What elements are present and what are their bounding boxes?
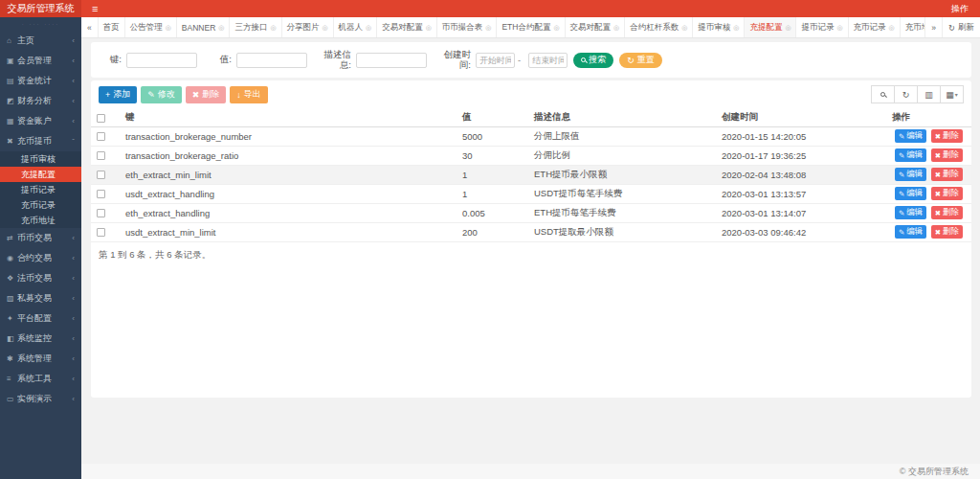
tab-robot[interactable]: 机器人◎ [334, 17, 378, 37]
sidebar-item-spot-trade[interactable]: ⇄ 币币交易 ‹ [0, 228, 81, 248]
edit-label: 编辑 [906, 130, 923, 142]
sidebar-subitem-deposit-records[interactable]: 充币记录 [0, 197, 81, 213]
table-search-toggle-button[interactable] [871, 85, 895, 103]
tab-eth-contract-config[interactable]: ETH合约配置◎ [497, 17, 565, 37]
caret-down-icon: ▾ [955, 91, 958, 98]
add-button[interactable]: + 添加 [99, 86, 137, 103]
refresh-button[interactable]: ↻ 刷新 [942, 17, 980, 37]
double-chevron-right-icon: » [931, 23, 936, 33]
sidebar-item-contract-trade[interactable]: ◉ 合约交易 ‹ [0, 248, 81, 268]
delete-selected-button[interactable]: ✖ 删除 [186, 86, 227, 103]
edit-button[interactable]: ✎编辑 [895, 206, 926, 219]
row-checkbox[interactable] [97, 190, 105, 198]
tabs-forward-button[interactable]: » [924, 17, 942, 37]
delete-button[interactable]: ✖删除 [931, 129, 963, 143]
tab-deposit-records[interactable]: 充币记录◎ [849, 17, 901, 37]
delete-button[interactable]: ✖删除 [931, 148, 963, 162]
table-row: eth_extract_min_limit 1 ETH提币最小限额 2020-0… [91, 165, 971, 184]
tab-close-icon[interactable]: ◎ [270, 24, 276, 32]
tab-withdraw-audit[interactable]: 提币审核◎ [693, 17, 745, 37]
row-checkbox[interactable] [97, 228, 105, 237]
sidebar-item-system-manage[interactable]: ✱ 系统管理 ‹ [0, 349, 81, 369]
tab-close-icon[interactable]: ◎ [323, 24, 328, 32]
tab-close-icon[interactable]: ◎ [166, 24, 171, 32]
tab-matching[interactable]: 币币撮合表◎ [437, 17, 498, 37]
tab-close-icon[interactable]: ◎ [836, 24, 842, 32]
sidebar-item-fund-stats[interactable]: ▤ 资金统计 ‹ [0, 71, 81, 91]
start-time-input[interactable] [476, 53, 515, 68]
edit-button[interactable]: ✎编辑 [895, 225, 926, 239]
key-input[interactable] [126, 53, 197, 68]
tab-thirdparty[interactable]: 三方接口◎ [230, 17, 281, 37]
tab-deposit-config[interactable]: 充提配置◎ [745, 17, 796, 37]
tab-deposit-address[interactable]: 充币地址◎ [901, 17, 924, 37]
end-time-input[interactable] [528, 53, 568, 68]
tab-pair-config-2[interactable]: 交易对配置◎ [566, 17, 626, 37]
tab-close-icon[interactable]: ◎ [613, 24, 619, 32]
export-button[interactable]: ↓ 导出 [230, 86, 268, 103]
sidebar-item-private-trade[interactable]: ▨ 私募交易 ‹ [0, 288, 81, 308]
sidebar-item-system-monitor[interactable]: ◧ 系统监控 ‹ [0, 329, 81, 349]
sidebar-subitem-deposit-config[interactable]: 充提配置 [0, 167, 81, 182]
tab-close-icon[interactable]: ◎ [485, 24, 491, 32]
sidebar-subitem-withdraw-audit[interactable]: 提币审核 [0, 151, 81, 167]
created-time-label: 创建时间: [440, 50, 471, 71]
edit-button[interactable]: ✎编辑 [895, 187, 926, 200]
edit-button[interactable]: ✎编辑 [895, 148, 926, 162]
row-checkbox[interactable] [97, 171, 105, 179]
table-layout-button[interactable]: ▦▾ [940, 85, 964, 103]
topbar-action-menu[interactable]: 操作 [951, 3, 980, 15]
delete-button[interactable]: ✖删除 [931, 187, 963, 200]
sidebar-subitem-withdraw-records[interactable]: 提币记录 [0, 182, 81, 197]
row-checkbox[interactable] [97, 209, 105, 217]
select-all-checkbox[interactable] [97, 114, 105, 123]
sidebar-item-deposit-withdraw[interactable]: ✖ 充币提币 ˇ [0, 131, 81, 151]
edit-icon: ✎ [899, 171, 904, 179]
sidebar-item-system-tools[interactable]: ≡ 系统工具 ‹ [0, 369, 81, 389]
tab-close-icon[interactable]: ◎ [733, 24, 739, 32]
value-input[interactable] [236, 53, 307, 68]
sidebar-item-platform-config[interactable]: ✦ 平台配置 ‹ [0, 308, 81, 329]
tab-close-icon[interactable]: ◎ [681, 24, 687, 32]
tab-share-image[interactable]: 分享图片◎ [282, 17, 334, 37]
tab-close-icon[interactable]: ◎ [366, 24, 371, 32]
search-button[interactable]: 搜索 [573, 53, 613, 68]
table-refresh-button[interactable]: ↻ [894, 85, 918, 103]
cell-key: usdt_extract_min_limit [120, 222, 457, 241]
sidebar-item-home[interactable]: ⌂ 主页 ‹ [0, 31, 81, 51]
tab-close-icon[interactable]: ◎ [426, 24, 432, 32]
sidebar-item-demo[interactable]: ▭ 实例演示 ‹ [0, 389, 81, 409]
table-columns-button[interactable]: ▥ [917, 85, 941, 103]
sidebar-subitem-deposit-address[interactable]: 充币地址 [0, 213, 81, 228]
search-icon [880, 92, 885, 97]
description-input[interactable] [356, 53, 427, 68]
tab-close-icon[interactable]: ◎ [218, 24, 224, 32]
delete-button[interactable]: ✖删除 [931, 168, 963, 181]
tab-close-icon[interactable]: ◎ [553, 24, 559, 32]
sidebar-item-finance-analysis[interactable]: ◩ 财务分析 ‹ [0, 91, 81, 111]
tab-withdraw-records[interactable]: 提币记录◎ [796, 17, 848, 37]
row-checkbox[interactable] [97, 132, 105, 141]
tab-close-icon[interactable]: ◎ [889, 24, 895, 32]
tab-announcements[interactable]: 公告管理◎ [125, 17, 177, 37]
modify-button[interactable]: ✎ 修改 [141, 86, 182, 103]
tabs-collapse-button[interactable]: « [81, 17, 99, 37]
menu-toggle-icon[interactable]: ≡ [92, 0, 98, 17]
row-checkbox[interactable] [97, 151, 105, 160]
edit-button[interactable]: ✎编辑 [895, 129, 926, 143]
delete-button[interactable]: ✖删除 [931, 225, 963, 239]
tab-close-icon[interactable]: ◎ [785, 24, 791, 32]
sidebar-item-fund-accounts[interactable]: ▦ 资金账户 ‹ [0, 111, 81, 131]
x-icon: ✖ [935, 209, 941, 217]
tab-banner[interactable]: BANNER◎ [177, 17, 231, 37]
edit-button[interactable]: ✎编辑 [895, 168, 926, 181]
tab-home[interactable]: 首页 [99, 17, 125, 37]
tab-pair-config-1[interactable]: 交易对配置◎ [377, 17, 437, 37]
delete-button[interactable]: ✖删除 [931, 206, 963, 219]
chevron-down-icon: ˇ [72, 137, 75, 146]
sidebar-item-fiat-trade[interactable]: ❖ 法币交易 ‹ [0, 268, 81, 288]
reset-button[interactable]: ↻ 重置 [619, 53, 662, 68]
sidebar-item-members[interactable]: ▣ 会员管理 ‹ [0, 51, 81, 71]
tab-leverage[interactable]: 合约杠杆系数◎ [625, 17, 693, 37]
grid-icon: ▦ [946, 90, 954, 100]
